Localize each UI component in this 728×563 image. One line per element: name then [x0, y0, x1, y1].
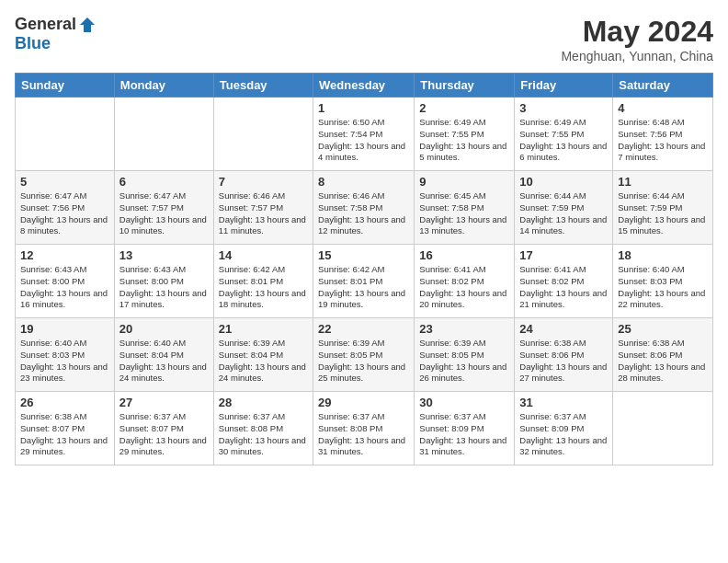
- calendar-cell: 6Sunrise: 6:47 AM Sunset: 7:57 PM Daylig…: [114, 171, 213, 245]
- calendar-cell: [16, 98, 115, 171]
- calendar-week-4: 19Sunrise: 6:40 AM Sunset: 8:03 PM Dayli…: [16, 318, 713, 392]
- day-info: Sunrise: 6:37 AM Sunset: 8:09 PM Dayligh…: [419, 411, 509, 458]
- day-number: 14: [219, 248, 308, 262]
- calendar-week-1: 1Sunrise: 6:50 AM Sunset: 7:54 PM Daylig…: [16, 98, 713, 171]
- day-info: Sunrise: 6:42 AM Sunset: 8:01 PM Dayligh…: [219, 264, 308, 311]
- day-number: 10: [519, 175, 608, 189]
- day-info: Sunrise: 6:40 AM Sunset: 8:03 PM Dayligh…: [20, 338, 109, 385]
- calendar-cell: [114, 98, 213, 171]
- calendar-cell: 8Sunrise: 6:46 AM Sunset: 7:58 PM Daylig…: [313, 171, 415, 245]
- day-info: Sunrise: 6:44 AM Sunset: 7:59 PM Dayligh…: [519, 190, 608, 237]
- day-info: Sunrise: 6:39 AM Sunset: 8:05 PM Dayligh…: [318, 338, 409, 385]
- day-number: 19: [20, 322, 109, 336]
- calendar-cell: 2Sunrise: 6:49 AM Sunset: 7:55 PM Daylig…: [415, 98, 515, 171]
- day-info: Sunrise: 6:49 AM Sunset: 7:55 PM Dayligh…: [519, 117, 608, 164]
- day-info: Sunrise: 6:43 AM Sunset: 8:00 PM Dayligh…: [20, 264, 109, 311]
- calendar-cell: 14Sunrise: 6:42 AM Sunset: 8:01 PM Dayli…: [213, 245, 313, 318]
- calendar-cell: 24Sunrise: 6:38 AM Sunset: 8:06 PM Dayli…: [515, 318, 613, 392]
- day-info: Sunrise: 6:47 AM Sunset: 7:57 PM Dayligh…: [119, 190, 209, 237]
- logo-general-text: General: [15, 15, 76, 34]
- calendar-cell: 3Sunrise: 6:49 AM Sunset: 7:55 PM Daylig…: [515, 98, 613, 171]
- day-number: 12: [20, 248, 109, 262]
- day-number: 9: [419, 175, 509, 189]
- calendar-cell: 25Sunrise: 6:38 AM Sunset: 8:06 PM Dayli…: [613, 318, 713, 392]
- calendar-cell: 23Sunrise: 6:39 AM Sunset: 8:05 PM Dayli…: [415, 318, 515, 392]
- day-info: Sunrise: 6:42 AM Sunset: 8:01 PM Dayligh…: [318, 264, 409, 311]
- calendar-cell: 11Sunrise: 6:44 AM Sunset: 7:59 PM Dayli…: [613, 171, 713, 245]
- day-info: Sunrise: 6:50 AM Sunset: 7:54 PM Dayligh…: [318, 117, 409, 164]
- calendar-week-2: 5Sunrise: 6:47 AM Sunset: 7:56 PM Daylig…: [16, 171, 713, 245]
- calendar-header-row: SundayMondayTuesdayWednesdayThursdayFrid…: [16, 74, 713, 98]
- column-header-sunday: Sunday: [16, 74, 115, 98]
- calendar-cell: 31Sunrise: 6:37 AM Sunset: 8:09 PM Dayli…: [515, 392, 613, 465]
- location-subtitle: Menghuan, Yunnan, China: [561, 49, 713, 63]
- day-number: 16: [419, 248, 509, 262]
- calendar-cell: 30Sunrise: 6:37 AM Sunset: 8:09 PM Dayli…: [415, 392, 515, 465]
- logo-icon: [78, 16, 97, 34]
- day-info: Sunrise: 6:38 AM Sunset: 8:06 PM Dayligh…: [618, 338, 708, 385]
- calendar-cell: 9Sunrise: 6:45 AM Sunset: 7:58 PM Daylig…: [415, 171, 515, 245]
- day-number: 1: [318, 101, 409, 115]
- day-info: Sunrise: 6:44 AM Sunset: 7:59 PM Dayligh…: [618, 190, 708, 237]
- svg-marker-0: [80, 17, 95, 32]
- day-info: Sunrise: 6:37 AM Sunset: 8:09 PM Dayligh…: [519, 411, 608, 458]
- day-info: Sunrise: 6:37 AM Sunset: 8:07 PM Dayligh…: [119, 411, 209, 458]
- logo: General Blue: [15, 15, 97, 53]
- day-number: 29: [318, 396, 409, 409]
- calendar-cell: 12Sunrise: 6:43 AM Sunset: 8:00 PM Dayli…: [16, 245, 115, 318]
- logo-blue-text: Blue: [15, 34, 51, 53]
- calendar-cell: 26Sunrise: 6:38 AM Sunset: 8:07 PM Dayli…: [16, 392, 115, 465]
- day-number: 21: [219, 322, 308, 336]
- calendar-cell: [613, 392, 713, 465]
- calendar-week-3: 12Sunrise: 6:43 AM Sunset: 8:00 PM Dayli…: [16, 245, 713, 318]
- calendar-week-5: 26Sunrise: 6:38 AM Sunset: 8:07 PM Dayli…: [16, 392, 713, 465]
- page-header: General Blue May 2024 Menghuan, Yunnan, …: [15, 15, 713, 63]
- calendar-cell: 1Sunrise: 6:50 AM Sunset: 7:54 PM Daylig…: [313, 98, 415, 171]
- calendar-cell: 10Sunrise: 6:44 AM Sunset: 7:59 PM Dayli…: [515, 171, 613, 245]
- calendar-cell: 18Sunrise: 6:40 AM Sunset: 8:03 PM Dayli…: [613, 245, 713, 318]
- day-info: Sunrise: 6:46 AM Sunset: 7:58 PM Dayligh…: [318, 190, 409, 237]
- day-number: 27: [119, 396, 209, 409]
- day-number: 24: [519, 322, 608, 336]
- day-number: 2: [419, 101, 509, 115]
- day-info: Sunrise: 6:40 AM Sunset: 8:03 PM Dayligh…: [618, 264, 708, 311]
- day-info: Sunrise: 6:39 AM Sunset: 8:04 PM Dayligh…: [219, 338, 308, 385]
- calendar-cell: 28Sunrise: 6:37 AM Sunset: 8:08 PM Dayli…: [213, 392, 313, 465]
- month-year-title: May 2024: [561, 15, 713, 49]
- day-info: Sunrise: 6:46 AM Sunset: 7:57 PM Dayligh…: [219, 190, 308, 237]
- day-number: 17: [519, 248, 608, 262]
- day-info: Sunrise: 6:47 AM Sunset: 7:56 PM Dayligh…: [20, 190, 109, 237]
- day-number: 3: [519, 101, 608, 115]
- column-header-friday: Friday: [515, 74, 613, 98]
- column-header-tuesday: Tuesday: [213, 74, 313, 98]
- day-number: 28: [219, 396, 308, 409]
- day-info: Sunrise: 6:38 AM Sunset: 8:07 PM Dayligh…: [20, 411, 109, 458]
- day-number: 31: [519, 396, 608, 409]
- calendar-cell: 16Sunrise: 6:41 AM Sunset: 8:02 PM Dayli…: [415, 245, 515, 318]
- calendar-table: SundayMondayTuesdayWednesdayThursdayFrid…: [15, 73, 713, 465]
- calendar-cell: 19Sunrise: 6:40 AM Sunset: 8:03 PM Dayli…: [16, 318, 115, 392]
- day-number: 4: [618, 101, 708, 115]
- day-number: 13: [119, 248, 209, 262]
- day-info: Sunrise: 6:40 AM Sunset: 8:04 PM Dayligh…: [119, 338, 209, 385]
- day-number: 11: [618, 175, 708, 189]
- day-number: 22: [318, 322, 409, 336]
- calendar-cell: 29Sunrise: 6:37 AM Sunset: 8:08 PM Dayli…: [313, 392, 415, 465]
- calendar-cell: 15Sunrise: 6:42 AM Sunset: 8:01 PM Dayli…: [313, 245, 415, 318]
- day-number: 8: [318, 175, 409, 189]
- day-info: Sunrise: 6:48 AM Sunset: 7:56 PM Dayligh…: [618, 117, 708, 164]
- day-number: 20: [119, 322, 209, 336]
- day-info: Sunrise: 6:37 AM Sunset: 8:08 PM Dayligh…: [318, 411, 409, 458]
- day-number: 6: [119, 175, 209, 189]
- calendar-cell: 27Sunrise: 6:37 AM Sunset: 8:07 PM Dayli…: [114, 392, 213, 465]
- day-info: Sunrise: 6:38 AM Sunset: 8:06 PM Dayligh…: [519, 338, 608, 385]
- calendar-cell: 22Sunrise: 6:39 AM Sunset: 8:05 PM Dayli…: [313, 318, 415, 392]
- day-number: 18: [618, 248, 708, 262]
- calendar-cell: 17Sunrise: 6:41 AM Sunset: 8:02 PM Dayli…: [515, 245, 613, 318]
- calendar-cell: 20Sunrise: 6:40 AM Sunset: 8:04 PM Dayli…: [114, 318, 213, 392]
- column-header-monday: Monday: [114, 74, 213, 98]
- day-info: Sunrise: 6:49 AM Sunset: 7:55 PM Dayligh…: [419, 117, 509, 164]
- calendar-cell: 7Sunrise: 6:46 AM Sunset: 7:57 PM Daylig…: [213, 171, 313, 245]
- calendar-cell: 13Sunrise: 6:43 AM Sunset: 8:00 PM Dayli…: [114, 245, 213, 318]
- column-header-saturday: Saturday: [613, 74, 713, 98]
